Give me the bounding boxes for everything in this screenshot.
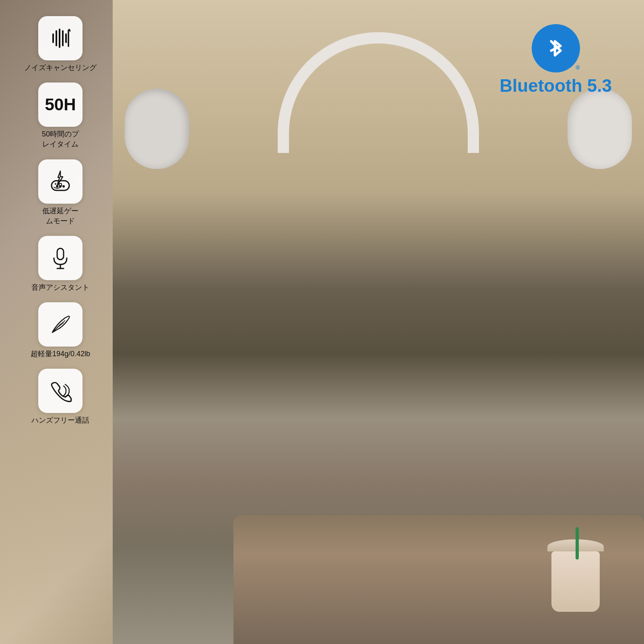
svg-rect-14 (57, 248, 64, 260)
svg-point-10 (62, 185, 65, 188)
battery-label: 50時間のプレイタイム (42, 129, 79, 149)
battery-text: 50H (45, 95, 76, 114)
voice-assistant-label: 音声アシスタント (31, 283, 89, 293)
bluetooth-icon (542, 34, 570, 62)
svg-rect-1 (56, 30, 57, 46)
coffee-cup (547, 539, 604, 612)
headphone-band (278, 32, 479, 153)
battery-icon-box: 50H (38, 83, 83, 127)
feature-battery: 50H 50時間のプレイタイム (16, 83, 105, 149)
straw (576, 527, 579, 559)
features-panel: ノイズキャンセリング 50H 50時間のプレイタイム (16, 16, 105, 426)
game-mode-icon-box (38, 159, 83, 204)
noise-cancelling-label: ノイズキャンセリング (24, 63, 97, 73)
cup-body (551, 551, 600, 612)
svg-rect-4 (65, 33, 67, 43)
bluetooth-label: Bluetooth 5.3 (500, 76, 612, 96)
game-mode-icon (48, 169, 72, 194)
handsfree-label: ハンズフリー通話 (31, 415, 89, 425)
feature-noise-cancelling: ノイズキャンセリング (16, 16, 105, 73)
feature-handsfree: ハンズフリー通話 (16, 369, 105, 425)
svg-point-8 (56, 185, 58, 188)
person-photo-area (113, 0, 644, 644)
feature-game-mode: 低遅延ゲームモード (16, 159, 105, 226)
voice-assistant-icon-box (38, 236, 83, 280)
bluetooth-badge: ® Bluetooth 5.3 (500, 24, 612, 96)
noise-cancelling-icon-box (38, 16, 83, 60)
svg-point-13 (58, 183, 60, 185)
lightweight-label: 超軽量194g/0.42lb (31, 349, 90, 359)
bluetooth-icon-circle (532, 24, 580, 72)
svg-point-12 (55, 183, 56, 185)
headphone-right-cup (568, 89, 632, 169)
svg-rect-0 (52, 33, 54, 43)
lightweight-icon-box (38, 302, 83, 347)
noise-cancelling-icon (48, 26, 72, 50)
svg-rect-2 (59, 29, 60, 48)
svg-rect-3 (62, 30, 64, 46)
handsfree-icon (48, 379, 72, 403)
voice-assistant-icon (48, 246, 72, 270)
feature-lightweight: 超軽量194g/0.42lb (16, 302, 105, 359)
headphone-left-cup (125, 89, 189, 169)
handsfree-icon-box (38, 369, 83, 413)
game-mode-label: 低遅延ゲームモード (42, 206, 78, 226)
feature-voice-assistant: 音声アシスタント (16, 236, 105, 293)
svg-line-6 (69, 29, 70, 31)
lightweight-icon (48, 312, 72, 336)
